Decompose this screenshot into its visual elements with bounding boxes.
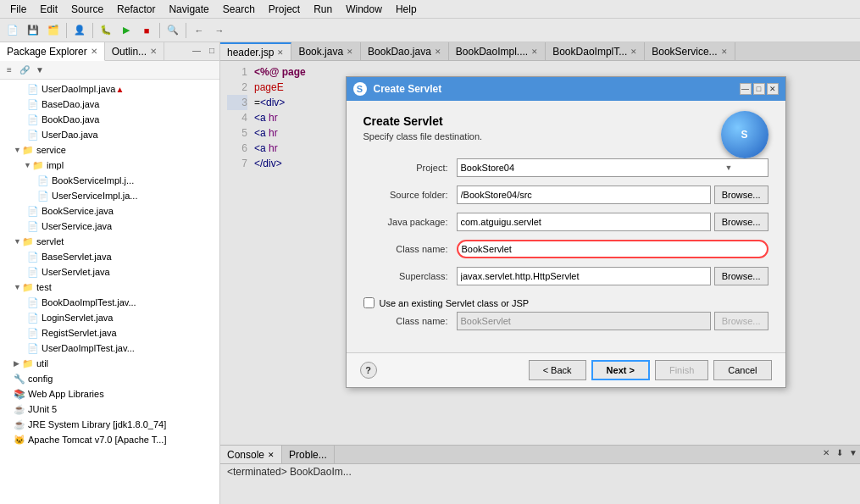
- menu-edit[interactable]: Edit: [33, 2, 64, 17]
- menu-navigate[interactable]: Navigate: [162, 2, 215, 17]
- menu-help[interactable]: Help: [389, 2, 424, 17]
- collapse-all-btn[interactable]: ≡: [2, 63, 17, 78]
- tree-item-userservlet[interactable]: 📄 UserServlet.java: [0, 264, 219, 280]
- tab-outline[interactable]: Outlin... ✕: [105, 42, 164, 60]
- java-package-label: Java package:: [363, 217, 457, 227]
- folder-icon-service: 📁: [22, 145, 34, 156]
- save-btn[interactable]: 💾: [24, 21, 42, 40]
- fwd-nav-btn[interactable]: →: [210, 21, 229, 40]
- java-file-icon4: 📄: [27, 130, 39, 141]
- save-all-btn[interactable]: 🗂️: [44, 21, 63, 40]
- tree-item-registservlet[interactable]: 📄 RegistServlet.java: [0, 325, 219, 341]
- class-name2-input[interactable]: [457, 312, 711, 330]
- junit-icon: ☕: [14, 404, 25, 415]
- run-btn[interactable]: ▶: [117, 21, 136, 40]
- profile-btn[interactable]: 👤: [70, 21, 89, 40]
- tree-item-userserviceimpl[interactable]: 📄 UserServiceImpl.ja...: [0, 188, 219, 203]
- java-file-icon3: 📄: [27, 114, 39, 125]
- project-select[interactable]: BookStore04: [457, 158, 768, 177]
- back-button[interactable]: < Back: [529, 360, 586, 380]
- dialog-close-btn[interactable]: ✕: [767, 83, 779, 95]
- tomcat-icon: 🐱: [14, 435, 25, 446]
- tree-item-webapplib[interactable]: 📚 Web App Libraries: [0, 386, 219, 402]
- java-file-icon2: 📄: [27, 99, 39, 110]
- search-btn[interactable]: 🔍: [164, 21, 182, 40]
- tree-item-config[interactable]: 🔧 config: [0, 371, 219, 386]
- dialog-minimize-btn[interactable]: —: [740, 83, 752, 95]
- sidebar-maximize-btn[interactable]: □: [204, 42, 219, 58]
- tree-item-impl[interactable]: ▼ 📁 impl: [0, 158, 219, 173]
- java-package-input[interactable]: [457, 213, 711, 231]
- cancel-button[interactable]: Cancel: [713, 360, 771, 380]
- superclass-browse-btn[interactable]: Browse...: [714, 267, 768, 285]
- tree-item-userdaoimpltest[interactable]: 📄 UserDaoImplTest.jav...: [0, 341, 219, 356]
- tree-item-userdaoimpl[interactable]: 📄 UserDaoImpl.java ▲: [0, 81, 219, 97]
- menu-run[interactable]: Run: [307, 2, 339, 17]
- class-name2-input-wrap: Browse...: [457, 312, 768, 330]
- tree-item-bookservice[interactable]: 📄 BookService.java: [0, 203, 219, 219]
- source-folder-input[interactable]: [457, 186, 711, 204]
- source-folder-row: Source folder: Browse...: [363, 186, 768, 204]
- tree-item-jre[interactable]: ☕ JRE System Library [jdk1.8.0_74]: [0, 417, 219, 432]
- dialog-title-text: Create Servlet: [374, 83, 740, 95]
- java-file-icon6: 📄: [37, 191, 49, 202]
- finish-button[interactable]: Finish: [655, 360, 708, 380]
- class-name-input-wrap: [457, 240, 768, 258]
- tree-item-basedao[interactable]: 📄 BaseDao.java: [0, 97, 219, 112]
- menu-project[interactable]: Project: [262, 2, 307, 17]
- main-layout: Package Explorer ✕ Outlin... ✕ — □ ≡ 🔗 ▼…: [0, 42, 860, 504]
- dialog-maximize-btn[interactable]: □: [753, 83, 765, 95]
- class-name2-label: Class name:: [363, 316, 457, 326]
- menu-source[interactable]: Source: [64, 2, 110, 17]
- dialog-titlebar: S Create Servlet — □ ✕: [347, 77, 785, 101]
- dialog-subtext: Specify class file destination.: [363, 131, 707, 141]
- tree-item-baseservlet[interactable]: 📄 BaseServlet.java: [0, 249, 219, 264]
- java-file-icon14: 📄: [27, 343, 39, 354]
- dialog-body: Create Servlet Specify class file destin…: [347, 101, 785, 352]
- menu-search[interactable]: Search: [216, 2, 262, 17]
- tree-item-servlet[interactable]: ▼ 📁 servlet: [0, 234, 219, 249]
- superclass-row: Superclass: Browse...: [363, 267, 768, 285]
- menu-file[interactable]: File: [3, 2, 33, 17]
- tree-item-bookdao[interactable]: 📄 BookDao.java: [0, 112, 219, 127]
- superclass-label: Superclass:: [363, 271, 457, 281]
- tree-item-userdao[interactable]: 📄 UserDao.java: [0, 127, 219, 142]
- menu-refactor[interactable]: Refactor: [110, 2, 162, 17]
- existing-servlet-checkbox[interactable]: [363, 297, 375, 308]
- class-name2-browse-btn[interactable]: Browse...: [714, 312, 768, 330]
- tree-item-bookserviceimpl[interactable]: 📄 BookServiceImpl.j...: [0, 173, 219, 188]
- class-name-input[interactable]: [457, 240, 768, 258]
- close-outline-icon[interactable]: ✕: [150, 47, 157, 56]
- folder-icon-test: 📁: [22, 282, 34, 293]
- next-button[interactable]: Next >: [591, 360, 650, 380]
- tree-item-loginservlet[interactable]: 📄 LoginServlet.java: [0, 310, 219, 325]
- tree-item-service[interactable]: ▼ 📁 service: [0, 142, 219, 158]
- tree-item-userservice[interactable]: 📄 UserService.java: [0, 219, 219, 234]
- tree-item-tomcat[interactable]: 🐱 Apache Tomcat v7.0 [Apache T...]: [0, 432, 219, 447]
- superclass-input[interactable]: [457, 267, 711, 285]
- source-folder-browse-btn[interactable]: Browse...: [714, 186, 768, 204]
- link-editor-btn[interactable]: 🔗: [17, 63, 32, 78]
- close-package-explorer-icon[interactable]: ✕: [91, 47, 97, 56]
- outline-label: Outlin...: [112, 46, 147, 58]
- debug-btn[interactable]: 🐛: [97, 21, 115, 40]
- tree-item-test[interactable]: ▼ 📁 test: [0, 280, 219, 295]
- checkbox-label[interactable]: Use an existing Servlet class or JSP: [380, 298, 530, 308]
- menu-window[interactable]: Window: [339, 2, 389, 17]
- java-package-browse-btn[interactable]: Browse...: [714, 213, 768, 231]
- stop-btn[interactable]: ■: [137, 21, 156, 40]
- java-file-icon10: 📄: [27, 267, 39, 278]
- tree-item-util[interactable]: ▶ 📁 util: [0, 356, 219, 371]
- sidebar-menu-btn[interactable]: ▼: [32, 63, 47, 78]
- tree-item-junit5[interactable]: ☕ JUnit 5: [0, 402, 219, 417]
- footer-right: < Back Next > Finish Cancel: [529, 360, 772, 380]
- help-button[interactable]: ?: [360, 362, 377, 379]
- tab-package-explorer[interactable]: Package Explorer ✕: [0, 42, 105, 61]
- java-file-icon7: 📄: [27, 206, 39, 217]
- sidebar-tabs: Package Explorer ✕ Outlin... ✕ — □: [0, 42, 219, 61]
- sidebar-minimize-btn[interactable]: —: [189, 42, 204, 58]
- new-btn[interactable]: 📄: [3, 21, 22, 40]
- tree-item-bookdaoimpltest[interactable]: 📄 BookDaoImplTest.jav...: [0, 295, 219, 310]
- class-name2-row: Class name: Browse...: [363, 312, 768, 330]
- back-nav-btn[interactable]: ←: [190, 21, 208, 40]
